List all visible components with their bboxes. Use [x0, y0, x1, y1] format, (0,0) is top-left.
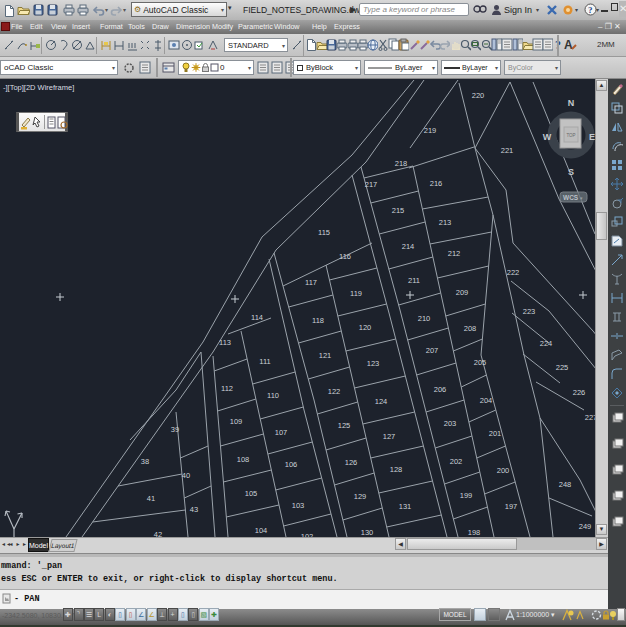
svg-text:203: 203	[444, 419, 457, 428]
svg-text:?: ?	[588, 5, 593, 15]
svg-text:223: 223	[523, 307, 536, 316]
svg-text:107: 107	[275, 428, 288, 437]
svg-text:124: 124	[375, 397, 388, 406]
svg-text:122: 122	[328, 387, 341, 396]
svg-text:TOP: TOP	[566, 133, 575, 138]
svg-text:39: 39	[171, 425, 179, 434]
svg-text:127: 127	[383, 432, 396, 441]
svg-text:130: 130	[361, 528, 374, 537]
svg-text:114: 114	[251, 313, 263, 322]
svg-text:204: 204	[480, 396, 493, 405]
svg-text:105: 105	[245, 489, 258, 498]
svg-text:202: 202	[450, 457, 463, 466]
svg-text:120: 120	[359, 323, 372, 332]
svg-text:128: 128	[390, 465, 403, 474]
svg-text:116: 116	[339, 252, 351, 261]
svg-text:S: S	[568, 167, 574, 177]
svg-text:200: 200	[497, 466, 510, 475]
svg-text:222: 222	[507, 268, 520, 277]
svg-text:106: 106	[285, 460, 298, 469]
svg-text:N: N	[568, 98, 575, 108]
svg-text:198: 198	[468, 528, 481, 537]
svg-text:209: 209	[456, 288, 469, 297]
svg-text:A: A	[564, 38, 573, 52]
svg-text:206: 206	[434, 385, 447, 394]
svg-text:220: 220	[472, 91, 485, 100]
svg-text:125: 125	[338, 421, 351, 430]
svg-text:111: 111	[259, 357, 270, 366]
svg-text:119: 119	[350, 289, 362, 298]
svg-text:110: 110	[267, 391, 279, 400]
svg-text:103: 103	[292, 501, 305, 510]
svg-text:38: 38	[141, 457, 149, 466]
svg-text:219: 219	[424, 126, 437, 135]
svg-text:43: 43	[190, 505, 198, 514]
svg-text:104: 104	[255, 526, 268, 535]
svg-text:227: 227	[585, 413, 595, 422]
svg-text:41: 41	[147, 494, 155, 503]
svg-text:40: 40	[182, 471, 190, 480]
svg-text:218: 218	[395, 159, 408, 168]
svg-text:WCS: WCS	[563, 194, 579, 201]
svg-text:216: 216	[430, 179, 443, 188]
svg-text:117: 117	[305, 278, 317, 287]
svg-text:129: 129	[354, 492, 367, 501]
svg-text:211: 211	[408, 276, 420, 285]
svg-text:118: 118	[312, 316, 324, 325]
svg-text:208: 208	[464, 324, 477, 333]
svg-text:217: 217	[365, 180, 378, 189]
svg-text:108: 108	[237, 455, 250, 464]
svg-text:109: 109	[230, 417, 243, 426]
svg-text:213: 213	[439, 218, 452, 227]
svg-text:112: 112	[221, 384, 233, 393]
svg-text:224: 224	[540, 339, 553, 348]
svg-text:123: 123	[367, 359, 380, 368]
svg-text:W: W	[543, 132, 552, 142]
svg-text:113: 113	[219, 338, 231, 347]
svg-text:215: 215	[392, 206, 405, 215]
svg-text:207: 207	[426, 346, 439, 355]
svg-text:226: 226	[573, 388, 586, 397]
svg-text:126: 126	[345, 458, 358, 467]
svg-text:115: 115	[318, 228, 330, 237]
svg-text:-][Top][2D Wireframe]: -][Top][2D Wireframe]	[3, 83, 74, 92]
svg-text:221: 221	[501, 146, 514, 155]
svg-text:201: 201	[489, 429, 502, 438]
svg-text:225: 225	[556, 363, 569, 372]
svg-text:249: 249	[579, 522, 592, 531]
svg-text:197: 197	[505, 502, 518, 511]
svg-text:131: 131	[399, 502, 412, 511]
svg-text:214: 214	[402, 242, 415, 251]
svg-text:212: 212	[448, 249, 461, 258]
svg-text:199: 199	[460, 491, 473, 500]
svg-text:210: 210	[418, 314, 431, 323]
svg-text:121: 121	[319, 351, 332, 360]
svg-text:248: 248	[559, 480, 572, 489]
svg-text:205: 205	[474, 358, 487, 367]
